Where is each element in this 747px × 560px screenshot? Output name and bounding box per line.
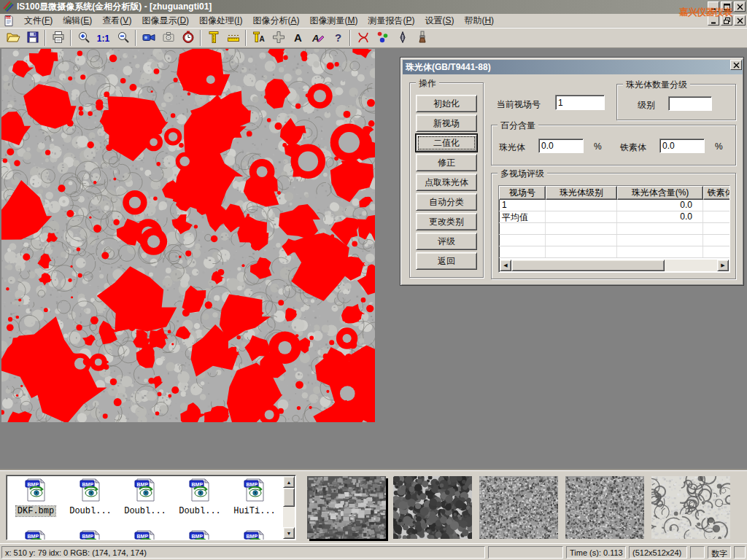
- operate-button[interactable]: 二值化: [416, 134, 477, 152]
- preview-thumbnail[interactable]: [651, 476, 730, 539]
- dialog-title-bar[interactable]: 珠光体(GB/T9441-88): [403, 60, 743, 74]
- minimize-button[interactable]: [708, 1, 719, 12]
- menu-item-9[interactable]: 设置(S): [419, 14, 459, 27]
- dialog-close-button[interactable]: [730, 60, 742, 70]
- file-item[interactable]: BMP: [119, 529, 171, 540]
- pen-tool-button[interactable]: [392, 29, 412, 47]
- print-button[interactable]: [48, 29, 68, 47]
- column-header[interactable]: 铁素体含量(%): [703, 186, 730, 200]
- table-row[interactable]: 平均值0.0: [499, 211, 729, 223]
- table-row[interactable]: [499, 235, 729, 246]
- scroll-up-icon[interactable]: ▲: [283, 476, 295, 488]
- file-list[interactable]: ▲ ▼ BMPDKF.bmpBMPDoubl...BMPDoubl...BMPD…: [6, 475, 296, 540]
- text-label-button[interactable]: A: [288, 29, 308, 47]
- toolbar-separator: [349, 30, 351, 46]
- menu-item-8[interactable]: 测量报告(P): [363, 14, 419, 27]
- video-camera-button[interactable]: [139, 29, 158, 47]
- child-close-button[interactable]: [734, 15, 746, 26]
- svg-text:BMP: BMP: [137, 534, 149, 539]
- current-field-input[interactable]: [555, 95, 605, 110]
- open-folder-button[interactable]: [3, 29, 23, 47]
- file-item[interactable]: BMP: [64, 529, 117, 540]
- curve-tool-button[interactable]: [353, 29, 373, 47]
- menu-item-2[interactable]: 编辑(E): [58, 14, 97, 27]
- scroll-left-icon[interactable]: ◀: [500, 260, 511, 271]
- move-tool-icon: [271, 30, 286, 47]
- maximize-button[interactable]: [721, 1, 732, 12]
- menu-item-4[interactable]: 图像显示(D): [136, 14, 194, 27]
- zoom-out-button[interactable]: [113, 29, 133, 47]
- close-button[interactable]: [734, 1, 746, 12]
- ruler-horizontal-button[interactable]: [223, 29, 243, 47]
- pearlite-percent-input[interactable]: [538, 139, 584, 153]
- column-header[interactable]: 珠光体含量(%): [617, 186, 703, 200]
- brush-tool-button[interactable]: [412, 29, 432, 47]
- file-list-vertical-scrollbar[interactable]: ▲ ▼: [283, 476, 295, 539]
- operate-button[interactable]: 返回: [416, 252, 477, 270]
- app-icon: [2, 0, 14, 14]
- menu-item-10[interactable]: 帮助(H): [459, 14, 499, 27]
- preview-thumbnail[interactable]: [307, 476, 386, 539]
- child-minimize-button[interactable]: [708, 15, 719, 26]
- preview-thumbnail[interactable]: [393, 476, 472, 539]
- timer-clock-button[interactable]: [178, 29, 198, 47]
- rating-table[interactable]: 视场号珠光体级别珠光体含量(%)铁素体含量(%) 10.0平均值0.0 ◀ ▶: [498, 185, 730, 273]
- scrollbar-thumb[interactable]: [283, 488, 295, 507]
- table-body: 10.0平均值0.0: [499, 200, 729, 259]
- pearlite-dialog: 珠光体(GB/T9441-88) 操作 初始化新视场二值化修正点取珠光体自动分类…: [400, 57, 744, 286]
- scroll-down-icon[interactable]: ▼: [283, 527, 295, 539]
- menu-item-5[interactable]: 图像处理(I): [194, 14, 247, 27]
- child-restore-button[interactable]: [721, 15, 732, 26]
- actual-size-button[interactable]: 1:1: [93, 29, 113, 47]
- help-button[interactable]: ?: [328, 29, 347, 47]
- scroll-right-icon[interactable]: ▶: [717, 260, 729, 271]
- measure-text-button[interactable]: A: [249, 29, 268, 47]
- count-points-button[interactable]: [373, 29, 392, 47]
- svg-text:BMP: BMP: [192, 534, 204, 539]
- move-tool-button[interactable]: [268, 29, 288, 47]
- title-bar[interactable]: IS100显微摄像系统(金相分析版) - [zhuguangti01]: [0, 0, 747, 14]
- column-header[interactable]: 珠光体级别: [546, 186, 617, 200]
- file-item[interactable]: BMP: [9, 529, 62, 540]
- table-row[interactable]: [499, 223, 729, 235]
- operate-button[interactable]: 点取珠光体: [416, 174, 477, 191]
- file-item[interactable]: BMPDoubl...: [174, 478, 226, 516]
- ferrite-percent-input[interactable]: [659, 139, 705, 153]
- operate-button[interactable]: 更改类别: [416, 213, 477, 230]
- file-item[interactable]: BMP: [228, 529, 281, 540]
- operate-button[interactable]: 自动分类: [416, 193, 477, 211]
- zoom-in-button[interactable]: [74, 29, 93, 47]
- file-item[interactable]: BMP: [174, 529, 226, 540]
- file-item[interactable]: BMPDoubl...: [64, 478, 117, 516]
- scrollbar-track[interactable]: [665, 260, 717, 271]
- toolbar-separator: [44, 30, 46, 46]
- menu-item-3[interactable]: 查看(V): [97, 14, 136, 27]
- preview-thumbnail[interactable]: [479, 476, 558, 539]
- table-row[interactable]: 10.0: [499, 200, 729, 211]
- count-points-icon: [376, 30, 390, 47]
- level-input[interactable]: [668, 96, 712, 111]
- file-item[interactable]: BMPDoubl...: [119, 478, 171, 516]
- document-icon[interactable]: DOC: [3, 15, 15, 26]
- table-cell: 0.0: [617, 211, 703, 222]
- caliper-vertical-button[interactable]: [204, 29, 223, 47]
- micrograph-image[interactable]: [1, 49, 375, 422]
- text-edit-button[interactable]: A: [308, 29, 328, 47]
- column-header[interactable]: 视场号: [499, 186, 546, 200]
- operate-button[interactable]: 初始化: [416, 95, 477, 112]
- menu-item-6[interactable]: 图像分析(A): [247, 14, 304, 27]
- menu-item-7[interactable]: 图像测量(M): [304, 14, 363, 27]
- operate-button[interactable]: 修正: [416, 154, 477, 171]
- menu: 文件(F)编辑(E)查看(V)图像显示(D)图像处理(I)图像分析(A)图像测量…: [19, 15, 499, 27]
- capture-camera-button[interactable]: [158, 29, 178, 47]
- save-button[interactable]: [23, 29, 42, 47]
- table-horizontal-scrollbar[interactable]: ◀ ▶: [500, 260, 729, 271]
- preview-thumbnail[interactable]: [565, 476, 644, 539]
- menu-item-1[interactable]: 文件(F): [19, 14, 58, 27]
- file-item[interactable]: BMPDKF.bmp: [9, 478, 62, 516]
- operate-button[interactable]: 新视场: [416, 114, 477, 132]
- table-row[interactable]: [499, 246, 729, 258]
- operate-button[interactable]: 评级: [416, 233, 477, 250]
- file-item[interactable]: BMPHuiTi...: [228, 478, 281, 516]
- scrollbar-thumb[interactable]: [511, 260, 665, 271]
